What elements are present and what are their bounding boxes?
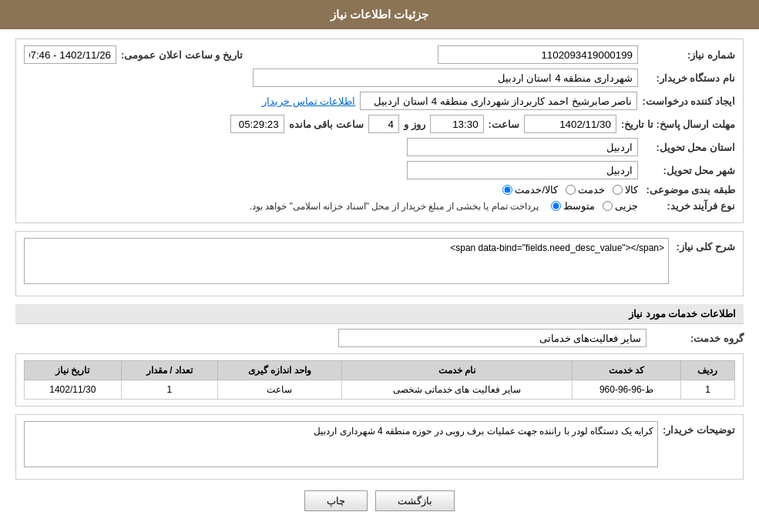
- response-remaining-input[interactable]: [230, 115, 284, 133]
- category-label: طبقه بندی موضوعی:: [643, 184, 735, 196]
- purchase-note: پرداخت تمام یا بخشی از مبلغ خریدار از مح…: [250, 201, 539, 212]
- page-header: جزئیات اطلاعات نیاز: [0, 0, 759, 29]
- page-title: جزئیات اطلاعات نیاز: [331, 8, 428, 21]
- row-city-delivery: شهر محل تحویل:: [24, 161, 735, 179]
- service-group-label: گروه خدمت:: [651, 333, 744, 344]
- category-option3-label: کالا/خدمت: [515, 184, 558, 196]
- row-creator: ایجاد کننده درخواست: اطلاعات تماس خریدار: [24, 92, 735, 110]
- need-desc-label: شرح کلی نیاز:: [673, 238, 735, 253]
- category-option-goods-service[interactable]: کالا/خدمت: [502, 184, 558, 196]
- table-header: ردیف کد خدمت نام خدمت واحد اندازه گیری ت…: [25, 361, 735, 380]
- cell-code: ط-96-96-960: [572, 380, 680, 400]
- announce-date-label: تاریخ و ساعت اعلان عمومی:: [121, 49, 243, 61]
- contact-link[interactable]: اطلاعات تماس خریدار: [262, 95, 355, 107]
- row-service-group: گروه خدمت:: [15, 329, 744, 347]
- city-delivery-label: شهر محل تحویل:: [643, 165, 735, 176]
- table-body: 1 ط-96-96-960 سایر فعالیت های خدماتی شخص…: [25, 380, 735, 400]
- response-days-label: روز و: [404, 119, 425, 130]
- cell-date: 1402/11/30: [25, 380, 122, 400]
- row-purchase-type: نوع فرآیند خرید: متوسط جزیی پرداخت تمام …: [24, 200, 735, 212]
- service-group-input[interactable]: [338, 329, 646, 347]
- purchase-type-radio-group: متوسط جزیی: [551, 200, 638, 212]
- purchase-radio2[interactable]: [551, 201, 561, 211]
- city-delivery-input[interactable]: [407, 161, 638, 179]
- print-button[interactable]: چاپ: [304, 490, 368, 511]
- creator-label: ایجاد کننده درخواست:: [642, 95, 735, 107]
- response-deadline-label: مهلت ارسال پاسخ: تا تاریخ:: [621, 119, 735, 130]
- col-header-code: کد خدمت: [572, 361, 680, 380]
- buyer-notes-row: توضیحات خریدار: کرایه یک دستگاه لودر با …: [24, 421, 735, 470]
- buyer-name-input[interactable]: [253, 69, 638, 87]
- services-section-title: اطلاعات خدمات مورد نیاز: [15, 304, 744, 324]
- col-header-name: نام خدمت: [341, 361, 572, 380]
- col-header-date: تاریخ نیاز: [25, 361, 122, 380]
- buyer-notes-container: کرایه یک دستگاه لودر با راننده جهت عملیا…: [24, 421, 658, 470]
- need-desc-container: <span data-bind="fields.need_desc_value"…: [24, 238, 669, 286]
- need-description-section: شرح کلی نیاز: <span data-bind="fields.ne…: [15, 231, 744, 296]
- category-radio-group: کالا/خدمت خدمت کالا: [502, 184, 638, 196]
- buyer-notes-textarea[interactable]: کرایه یک دستگاه لودر با راننده جهت عملیا…: [24, 421, 658, 467]
- category-option1-label: کالا: [625, 184, 638, 196]
- response-date-input[interactable]: [524, 115, 616, 133]
- province-delivery-label: استان محل تحویل:: [643, 142, 735, 153]
- buyer-notes-label: توضیحات خریدار:: [663, 421, 735, 436]
- need-desc-textarea[interactable]: <span data-bind="fields.need_desc_value"…: [24, 238, 669, 284]
- need-desc-row: شرح کلی نیاز: <span data-bind="fields.ne…: [24, 238, 735, 286]
- purchase-option2-label: متوسط: [563, 200, 595, 212]
- col-header-rownum: ردیف: [680, 361, 734, 380]
- action-buttons-row: بازگشت چاپ: [15, 490, 744, 511]
- category-option-service[interactable]: خدمت: [566, 184, 605, 196]
- need-number-label: شماره نیاز:: [643, 49, 735, 61]
- back-button[interactable]: بازگشت: [375, 490, 455, 511]
- response-remaining-label: ساعت باقی مانده: [289, 119, 364, 130]
- category-option2-label: خدمت: [578, 184, 605, 196]
- row-need-number: شماره نیاز: تاریخ و ساعت اعلان عمومی:: [24, 45, 735, 64]
- category-radio1[interactable]: [613, 185, 623, 195]
- purchase-radio1[interactable]: [603, 201, 613, 211]
- response-time-input[interactable]: [430, 115, 484, 133]
- response-days-input[interactable]: [368, 115, 399, 133]
- row-buyer-name: نام دستگاه خریدار:: [24, 69, 735, 87]
- purchase-type-label: نوع فرآیند خرید:: [643, 200, 735, 212]
- main-info-section: شماره نیاز: تاریخ و ساعت اعلان عمومی: نا…: [15, 38, 744, 223]
- row-category: طبقه بندی موضوعی: کالا/خدمت خدمت کالا: [24, 184, 735, 196]
- cell-qty: 1: [121, 380, 217, 400]
- response-time-label: ساعت:: [489, 119, 519, 130]
- purchase-option-medium[interactable]: متوسط: [551, 200, 595, 212]
- services-table-section: ردیف کد خدمت نام خدمت واحد اندازه گیری ت…: [15, 353, 744, 407]
- category-option-goods[interactable]: کالا: [613, 184, 638, 196]
- buyer-notes-section: توضیحات خریدار: کرایه یک دستگاه لودر با …: [15, 414, 744, 480]
- need-number-input[interactable]: [438, 45, 638, 64]
- purchase-option1-label: جزیی: [615, 200, 638, 212]
- category-radio2[interactable]: [566, 185, 576, 195]
- services-table: ردیف کد خدمت نام خدمت واحد اندازه گیری ت…: [24, 360, 735, 400]
- table-row: 1 ط-96-96-960 سایر فعالیت های خدماتی شخص…: [25, 380, 735, 400]
- province-delivery-input[interactable]: [407, 138, 638, 156]
- row-response-deadline: مهلت ارسال پاسخ: تا تاریخ: ساعت: روز و س…: [24, 115, 735, 133]
- category-radio3[interactable]: [502, 185, 512, 195]
- announce-date-input[interactable]: [24, 45, 116, 64]
- buyer-name-label: نام دستگاه خریدار:: [643, 72, 735, 84]
- purchase-option-partial[interactable]: جزیی: [603, 200, 638, 212]
- cell-name: سایر فعالیت های خدماتی شخصی: [341, 380, 572, 400]
- cell-rownum: 1: [680, 380, 734, 400]
- creator-input[interactable]: [360, 92, 637, 110]
- cell-unit: ساعت: [218, 380, 342, 400]
- col-header-unit: واحد اندازه گیری: [218, 361, 342, 380]
- row-province-delivery: استان محل تحویل:: [24, 138, 735, 156]
- col-header-qty: تعداد / مقدار: [121, 361, 217, 380]
